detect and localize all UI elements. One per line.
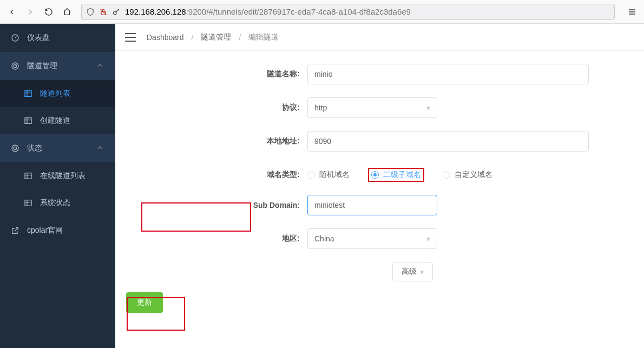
target-icon [11, 62, 19, 70]
region-label: 地区: [115, 234, 307, 244]
table-icon [24, 172, 32, 180]
sidebar-item-label: 创建隧道 [40, 116, 70, 126]
back-button[interactable] [4, 4, 19, 19]
sidebar-item-label: 在线隧道列表 [40, 171, 86, 181]
sidebar-item-tunnel-list[interactable]: 隧道列表 [0, 80, 115, 107]
update-button[interactable]: 更新 [126, 292, 163, 313]
table-icon [24, 199, 32, 207]
subdomain-label: Sub Domain: [115, 201, 307, 209]
region-value: China [314, 234, 334, 243]
domain-type-label: 域名类型: [115, 170, 307, 180]
subdomain-input[interactable] [307, 195, 437, 215]
chevron-down-icon: ▾ [426, 234, 430, 243]
sidebar-item-label: 隧道管理 [27, 61, 57, 71]
url-text: 192.168.206.128:9200/#/tunnels/edit/2876… [125, 7, 411, 16]
breadcrumb-current: 编辑隧道 [248, 32, 279, 42]
breadcrumb-root[interactable]: Dashboard [147, 33, 184, 42]
tunnel-name-label: 隧道名称: [115, 69, 307, 79]
topbar: Dashboard / 隧道管理 / 编辑隧道 [115, 24, 644, 51]
lock-slash-icon [99, 8, 108, 16]
key-icon [112, 8, 121, 16]
sidebar-item-online-list[interactable]: 在线隧道列表 [0, 162, 115, 189]
svg-point-4 [14, 64, 16, 67]
address-bar[interactable]: 192.168.206.128:9200/#/tunnels/edit/2876… [81, 4, 615, 20]
svg-point-3 [12, 63, 18, 69]
chevron-down-icon: ▾ [426, 103, 430, 112]
svg-point-1 [114, 11, 116, 14]
sidebar-item-label: 仪表盘 [27, 33, 50, 43]
local-addr-input[interactable] [307, 131, 589, 152]
svg-rect-6 [25, 118, 31, 124]
radio-custom-domain[interactable]: 自定义域名 [443, 170, 492, 180]
home-button[interactable] [60, 4, 75, 19]
protocol-label: 协议: [115, 103, 307, 113]
sidebar-item-sys-status[interactable]: 系统状态 [0, 189, 115, 216]
sidebar: 仪表盘 隧道管理 隧道列表 创建隧道 状态 在线隧道列表 [0, 24, 115, 348]
sidebar-item-label: 状态 [27, 143, 42, 153]
edit-tunnel-form: 隧道名称: 协议: http ▾ 本地地址: 域名类型: 随 [115, 51, 644, 326]
browser-toolbar: 192.168.206.128:9200/#/tunnels/edit/2876… [0, 0, 644, 24]
tunnel-name-input[interactable] [307, 64, 589, 84]
protocol-value: http [314, 103, 327, 112]
caret-down-icon: ▾ [420, 267, 424, 276]
svg-point-8 [14, 147, 16, 149]
table-icon [24, 116, 32, 125]
breadcrumb-sep: / [192, 33, 194, 42]
sidebar-item-label: cpolar官网 [27, 226, 63, 235]
list-icon [24, 89, 32, 98]
collapse-sidebar-button[interactable] [125, 33, 136, 42]
reload-button[interactable] [41, 4, 56, 19]
sidebar-item-tunnel-mgmt[interactable]: 隧道管理 [0, 52, 115, 80]
region-select[interactable]: China ▾ [307, 228, 437, 249]
sidebar-item-create-tunnel[interactable]: 创建隧道 [0, 107, 115, 134]
gauge-icon [11, 34, 19, 42]
advanced-button[interactable]: 高级 ▾ [392, 262, 433, 281]
svg-rect-10 [25, 200, 31, 206]
sidebar-item-label: 隧道列表 [40, 89, 70, 99]
sidebar-item-label: 系统状态 [40, 198, 70, 208]
shield-icon [86, 8, 95, 16]
breadcrumb-sep: / [239, 33, 241, 42]
sidebar-item-status[interactable]: 状态 [0, 134, 115, 162]
chevron-up-icon [96, 143, 104, 154]
forward-button[interactable] [23, 4, 38, 19]
breadcrumb-section[interactable]: 隧道管理 [201, 32, 231, 42]
local-addr-label: 本地地址: [115, 136, 307, 146]
external-link-icon [11, 226, 19, 235]
chevron-up-icon [96, 61, 104, 71]
svg-point-7 [12, 145, 18, 152]
main-content: Dashboard / 隧道管理 / 编辑隧道 隧道名称: 协议: http ▾ [115, 24, 644, 348]
radio-random-domain[interactable]: 随机域名 [307, 170, 350, 180]
svg-rect-9 [25, 173, 31, 179]
radio-second-domain[interactable]: 二级子域名 [371, 170, 421, 180]
protocol-select[interactable]: http ▾ [307, 97, 437, 118]
menu-button[interactable] [625, 4, 640, 19]
sidebar-item-dashboard[interactable]: 仪表盘 [0, 24, 115, 52]
domain-type-radio-group: 随机域名 二级子域名 自定义域名 [307, 168, 492, 182]
sidebar-item-cpolar-site[interactable]: cpolar官网 [0, 216, 115, 245]
svg-rect-5 [25, 91, 31, 97]
target-icon [11, 144, 19, 153]
